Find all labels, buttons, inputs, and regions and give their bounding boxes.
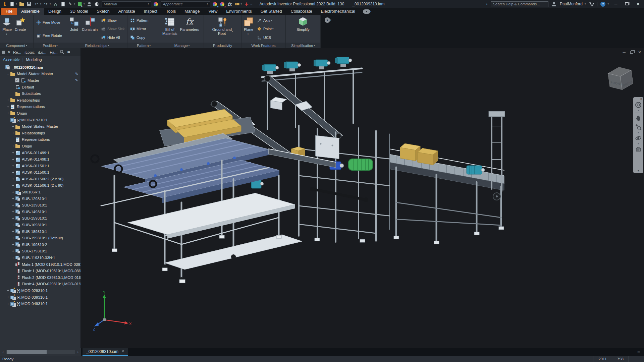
color-swatch-icon[interactable]: [77, 1, 83, 7]
tree-expander-icon[interactable]: +: [11, 158, 15, 161]
bill-of-materials-button[interactable]: Bill of Materials: [161, 16, 178, 42]
tree-item[interactable]: +Representations: [0, 104, 80, 110]
tree-item[interactable]: +ADSK-011500:1: [0, 169, 80, 176]
help-caret-icon[interactable]: ▾: [607, 3, 609, 5]
ribbon-tab-sketch[interactable]: Sketch: [92, 8, 114, 15]
ribbon-tab-assemble[interactable]: Assemble: [17, 8, 44, 15]
tree-expander-icon[interactable]: +: [11, 164, 15, 168]
iproperties-icon[interactable]: [60, 1, 66, 7]
edit-pencil-icon[interactable]: ✎: [75, 72, 78, 76]
tree-expander-icon[interactable]: +: [11, 184, 15, 187]
browser-tab-1[interactable]: iLogic: [24, 50, 35, 54]
color-wheel-icon[interactable]: [153, 1, 159, 7]
tree-expander-icon[interactable]: +: [6, 105, 10, 109]
measure-caret-icon[interactable]: ▾: [241, 3, 242, 5]
tree-item[interactable]: Flush:1 (MOD-019310:1,MOD-039310:1: [0, 267, 80, 274]
zoom-caret-icon[interactable]: ▾: [638, 131, 639, 134]
collaborate-icon[interactable]: [87, 1, 92, 7]
model-state-checkbox[interactable]: ✓: [15, 78, 19, 82]
appearance-add-icon[interactable]: +: [212, 1, 218, 7]
ribbon-tab-file[interactable]: File: [1, 8, 17, 15]
tree-item[interactable]: _0012009310.iam: [0, 64, 80, 71]
simplify-button[interactable]: Simplify: [296, 16, 311, 42]
ribbon-tab-get-started[interactable]: Get Started: [256, 8, 286, 15]
tree-expander-icon[interactable]: +: [11, 210, 15, 214]
help-icon[interactable]: ?: [600, 2, 605, 7]
create-button[interactable]: Create: [14, 16, 27, 42]
tree-item[interactable]: +ADSK-011498:1: [0, 156, 80, 163]
tab-assembly[interactable]: Assembly: [3, 57, 20, 62]
tree-item[interactable]: +[•]:MOD-049310:1: [0, 300, 80, 307]
new-file-icon[interactable]: [9, 1, 15, 7]
ribbon-tab-environments[interactable]: Environments: [222, 8, 256, 15]
tree-item[interactable]: +SUB-169310:1: [0, 222, 80, 228]
web-share-icon[interactable]: [94, 1, 100, 7]
scroll-right-icon[interactable]: ›: [76, 350, 80, 354]
browser-horizontal-scrollbar[interactable]: ‹ ›: [0, 348, 81, 356]
free-rotate-button[interactable]: Free Rotate: [35, 32, 63, 39]
tree-expander-icon[interactable]: +: [11, 217, 15, 220]
tree-expander-icon[interactable]: +: [11, 249, 15, 253]
ribbon-tab-tools[interactable]: Tools: [162, 8, 180, 15]
tree-item[interactable]: +Relationships: [0, 130, 80, 136]
tree-item[interactable]: +Model States: Master: [0, 123, 80, 130]
tab-modeling[interactable]: Modeling: [26, 58, 42, 62]
tree-expander-icon[interactable]: +: [11, 144, 15, 148]
tree-item[interactable]: +SUB-139310:1: [0, 202, 80, 208]
pan-icon[interactable]: [635, 115, 642, 122]
tree-expander-icon[interactable]: +: [6, 295, 10, 299]
open-file-icon[interactable]: [19, 1, 24, 7]
parameters-fx-icon[interactable]: fx: [227, 1, 232, 7]
tree-expander-icon[interactable]: +: [11, 190, 15, 194]
doc-restore-icon[interactable]: [630, 51, 633, 54]
browser-tab-0[interactable]: Re...: [13, 50, 21, 54]
inventor-logo-icon[interactable]: I: [2, 1, 7, 7]
material-select[interactable]: Material▾: [102, 1, 151, 7]
panel-label-productivity[interactable]: Productivity: [204, 43, 241, 48]
panel-label-pattern[interactable]: Pattern▾: [127, 43, 160, 48]
tree-expander-icon[interactable]: +: [11, 223, 15, 227]
tree-item[interactable]: +SUB-149310:1: [0, 208, 80, 215]
redo-icon[interactable]: ↷: [43, 1, 49, 7]
orbit-caret-icon[interactable]: ▾: [638, 142, 639, 145]
ribbon-tab-collaborate[interactable]: Collaborate: [286, 8, 317, 15]
tab-strip-menu-icon[interactable]: ≡: [633, 348, 644, 356]
tree-item[interactable]: +SUB-119310-33N:1: [0, 254, 80, 261]
sketch-icon[interactable]: ✎: [68, 1, 73, 7]
ribbon-tab-annotate[interactable]: Annotate: [114, 8, 140, 15]
tree-item[interactable]: -Model States: Master✎: [0, 71, 80, 77]
tree-expander-icon[interactable]: +: [11, 131, 15, 135]
tree-expander-icon[interactable]: +: [11, 256, 15, 260]
tree-expander-icon[interactable]: -: [6, 118, 10, 122]
point-button[interactable]: Point▾: [256, 26, 275, 32]
tree-item[interactable]: +SUB-189310:1: [0, 228, 80, 235]
tree-item[interactable]: Flush:2 (MOD-039310:1,MOD-019310:1: [0, 274, 80, 281]
tree-item[interactable]: +SUB-199310:1 (Default): [0, 235, 80, 241]
swatch-caret-icon[interactable]: ▾: [84, 3, 85, 5]
redo-caret-icon[interactable]: ▾: [50, 3, 51, 5]
tree-item[interactable]: +SUB-129310:1: [0, 195, 80, 202]
undo-caret-icon[interactable]: ▾: [40, 3, 42, 5]
look-at-icon[interactable]: [635, 146, 642, 153]
tree-expander-icon[interactable]: +: [11, 243, 15, 246]
tree-item[interactable]: +ADSK-011506:1 (2 x 90): [0, 182, 80, 189]
store-cart-icon[interactable]: [589, 1, 594, 7]
undo-icon[interactable]: ↶: [34, 1, 39, 7]
browser-menu-icon[interactable]: ≡: [67, 50, 70, 55]
document-tab[interactable]: _0012009310.iam ✕: [83, 348, 128, 356]
tree-expander-icon[interactable]: +: [6, 302, 10, 306]
tree-item[interactable]: Flush:4 (MOD-029310:1,MOD-019310:1: [0, 281, 80, 288]
qat-customize-icon[interactable]: ⌵: [250, 2, 253, 6]
home-icon[interactable]: ⌂: [53, 1, 58, 7]
view-cube[interactable]: FRONT RIGHT: [604, 63, 637, 94]
ribbon-tab-inspect[interactable]: Inspect: [140, 8, 162, 15]
panel-overflow-toggle[interactable]: ▼▾: [321, 15, 331, 48]
tree-expander-icon[interactable]: +: [11, 236, 15, 240]
browser-search-icon[interactable]: [60, 50, 64, 55]
zoom-icon[interactable]: [635, 124, 642, 130]
close-button[interactable]: ✕: [634, 1, 642, 7]
tree-item[interactable]: +500106R:1: [0, 189, 80, 195]
ribbon-tab-view[interactable]: View: [204, 8, 222, 15]
navbar-close-icon[interactable]: ✕: [640, 98, 642, 101]
tree-expander-icon[interactable]: +: [11, 230, 15, 233]
